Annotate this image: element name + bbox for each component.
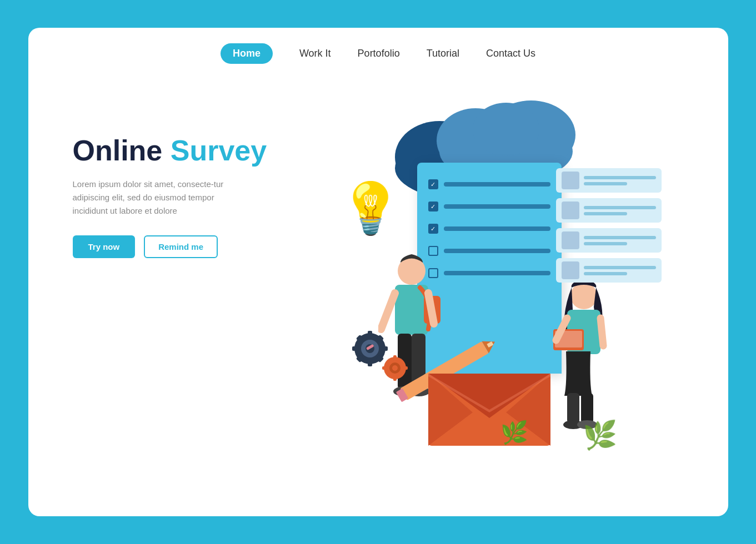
nav-portfolio[interactable]: Portofolio — [358, 48, 400, 59]
gear-small-icon — [381, 354, 409, 382]
lightbulb-icon: 💡 — [339, 179, 402, 238]
check-item-5 — [428, 268, 550, 278]
svg-rect-25 — [381, 346, 388, 351]
card-lines-3 — [584, 236, 656, 245]
card-thumb-2 — [562, 202, 579, 219]
nav-home[interactable]: Home — [221, 43, 273, 64]
checkbox-3: ✓ — [428, 224, 438, 234]
envelope-icon — [428, 357, 550, 446]
checkbox-1: ✓ — [428, 179, 438, 189]
check-line-5 — [444, 271, 550, 275]
plant-icon: 🌿 — [500, 420, 528, 446]
svg-point-33 — [392, 365, 398, 371]
card-line-4a — [584, 266, 656, 269]
card-item-3 — [556, 228, 662, 253]
main-card: Home Work It Portofolio Tutorial Contact… — [28, 28, 728, 516]
card-lines-2 — [584, 206, 656, 215]
check-item-1: ✓ — [428, 179, 550, 189]
card-line-3a — [584, 236, 656, 239]
navbar: Home Work It Portofolio Tutorial Contact… — [28, 28, 728, 79]
card-lines-4 — [584, 266, 656, 275]
checkbox-2: ✓ — [428, 202, 438, 211]
remind-me-button[interactable]: Remind me — [144, 235, 218, 258]
svg-rect-24 — [352, 346, 359, 351]
nav-tutorial[interactable]: Tutorial — [427, 48, 459, 59]
svg-rect-42 — [567, 393, 579, 424]
card-line-3b — [584, 242, 627, 245]
card-line-1b — [584, 182, 627, 185]
svg-point-7 — [473, 103, 539, 156]
card-thumb-4 — [562, 261, 579, 279]
hero-title: Online Survey — [73, 135, 284, 167]
check-line-4 — [444, 249, 550, 253]
card-line-2b — [584, 212, 627, 215]
tropical-plant-icon: 🌿 — [583, 419, 617, 451]
main-content: Online Survey Lorem ipsum dolor sit amet… — [28, 79, 728, 516]
nav-work-it[interactable]: Work It — [299, 48, 331, 59]
check-item-3: ✓ — [428, 224, 550, 234]
svg-rect-35 — [393, 375, 397, 381]
card-lines-1 — [584, 176, 656, 185]
check-line-3 — [444, 226, 550, 231]
svg-rect-36 — [382, 366, 388, 370]
svg-rect-23 — [368, 360, 372, 366]
card-line-2a — [584, 206, 656, 209]
card-line-1a — [584, 176, 656, 179]
illustration: 💡 ✓ ✓ ✓ — [306, 90, 695, 479]
card-item-4 — [556, 258, 662, 283]
check-line-2 — [444, 204, 550, 209]
card-thumb-3 — [562, 231, 579, 249]
svg-point-38 — [570, 283, 597, 309]
card-thumb-1 — [562, 172, 579, 189]
check-item-4 — [428, 246, 550, 256]
hero-section: Online Survey Lorem ipsum dolor sit amet… — [73, 90, 284, 258]
card-item-2 — [556, 198, 662, 223]
try-now-button[interactable]: Try now — [73, 235, 136, 258]
svg-rect-37 — [402, 366, 408, 370]
svg-rect-22 — [368, 331, 372, 338]
card-item-1 — [556, 168, 662, 193]
cta-buttons: Try now Remind me — [73, 235, 284, 258]
hero-description: Lorem ipsum dolor sit amet, consecte-tur… — [73, 178, 228, 218]
check-line-1 — [444, 182, 550, 187]
cards-panel — [556, 168, 662, 283]
svg-rect-34 — [393, 355, 397, 361]
nav-contact-us[interactable]: Contact Us — [486, 48, 535, 59]
card-line-4b — [584, 272, 627, 275]
check-item-2: ✓ — [428, 202, 550, 211]
person-right-icon — [550, 279, 617, 435]
